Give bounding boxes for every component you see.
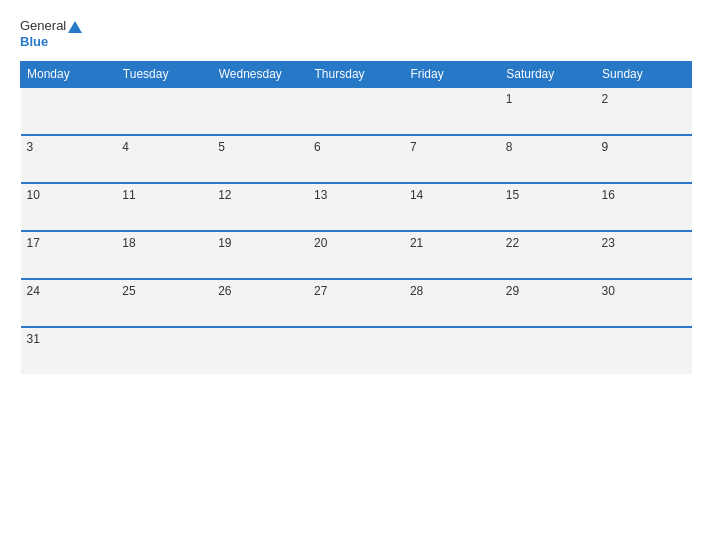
- day-number: 22: [506, 236, 519, 250]
- calendar-cell: 2: [596, 87, 692, 135]
- calendar-cell: 10: [21, 183, 117, 231]
- weekday-sunday: Sunday: [596, 62, 692, 88]
- calendar-table: MondayTuesdayWednesdayThursdayFridaySatu…: [20, 61, 692, 374]
- day-number: 18: [122, 236, 135, 250]
- calendar-cell: 22: [500, 231, 596, 279]
- calendar-cell: 7: [404, 135, 500, 183]
- day-number: 3: [27, 140, 34, 154]
- calendar-cell: 15: [500, 183, 596, 231]
- calendar-cell: 5: [212, 135, 308, 183]
- calendar-cell: 8: [500, 135, 596, 183]
- calendar-cell: 25: [116, 279, 212, 327]
- day-number: 26: [218, 284, 231, 298]
- calendar-cell: [404, 87, 500, 135]
- calendar-cell: 29: [500, 279, 596, 327]
- calendar-week-3: 10111213141516: [21, 183, 692, 231]
- calendar-week-1: 12: [21, 87, 692, 135]
- calendar-cell: 28: [404, 279, 500, 327]
- calendar-week-4: 17181920212223: [21, 231, 692, 279]
- day-number: 25: [122, 284, 135, 298]
- calendar-cell: 27: [308, 279, 404, 327]
- calendar-cell: [596, 327, 692, 374]
- day-number: 28: [410, 284, 423, 298]
- calendar-cell: 16: [596, 183, 692, 231]
- calendar-cell: 4: [116, 135, 212, 183]
- calendar-week-6: 31: [21, 327, 692, 374]
- weekday-monday: Monday: [21, 62, 117, 88]
- calendar-cell: [116, 327, 212, 374]
- calendar-cell: [500, 327, 596, 374]
- calendar-cell: 6: [308, 135, 404, 183]
- day-number: 23: [602, 236, 615, 250]
- logo-general-text: General: [20, 18, 66, 34]
- calendar-cell: 3: [21, 135, 117, 183]
- day-number: 13: [314, 188, 327, 202]
- calendar-cell: 12: [212, 183, 308, 231]
- calendar-page: General Blue MondayTuesdayWednesdayThurs…: [0, 0, 712, 550]
- calendar-cell: 9: [596, 135, 692, 183]
- day-number: 24: [27, 284, 40, 298]
- calendar-cell: [404, 327, 500, 374]
- calendar-cell: 13: [308, 183, 404, 231]
- day-number: 31: [27, 332, 40, 346]
- calendar-cell: 26: [212, 279, 308, 327]
- calendar-header: General Blue: [20, 18, 692, 49]
- calendar-cell: [212, 327, 308, 374]
- calendar-cell: 14: [404, 183, 500, 231]
- day-number: 7: [410, 140, 417, 154]
- day-number: 15: [506, 188, 519, 202]
- calendar-cell: [212, 87, 308, 135]
- day-number: 8: [506, 140, 513, 154]
- day-number: 9: [602, 140, 609, 154]
- calendar-cell: [308, 327, 404, 374]
- day-number: 27: [314, 284, 327, 298]
- day-number: 11: [122, 188, 135, 202]
- logo-triangle-icon: [68, 21, 82, 33]
- day-number: 29: [506, 284, 519, 298]
- day-number: 10: [27, 188, 40, 202]
- day-number: 14: [410, 188, 423, 202]
- day-number: 17: [27, 236, 40, 250]
- calendar-cell: 30: [596, 279, 692, 327]
- weekday-wednesday: Wednesday: [212, 62, 308, 88]
- calendar-cell: [21, 87, 117, 135]
- day-number: 1: [506, 92, 513, 106]
- calendar-cell: 21: [404, 231, 500, 279]
- weekday-friday: Friday: [404, 62, 500, 88]
- calendar-cell: 1: [500, 87, 596, 135]
- day-number: 6: [314, 140, 321, 154]
- weekday-header-row: MondayTuesdayWednesdayThursdayFridaySatu…: [21, 62, 692, 88]
- day-number: 21: [410, 236, 423, 250]
- calendar-cell: 19: [212, 231, 308, 279]
- calendar-week-5: 24252627282930: [21, 279, 692, 327]
- calendar-cell: 24: [21, 279, 117, 327]
- calendar-cell: 18: [116, 231, 212, 279]
- day-number: 4: [122, 140, 129, 154]
- calendar-cell: 17: [21, 231, 117, 279]
- day-number: 16: [602, 188, 615, 202]
- day-number: 30: [602, 284, 615, 298]
- day-number: 2: [602, 92, 609, 106]
- calendar-cell: 11: [116, 183, 212, 231]
- weekday-tuesday: Tuesday: [116, 62, 212, 88]
- calendar-cell: 20: [308, 231, 404, 279]
- calendar-cell: 23: [596, 231, 692, 279]
- day-number: 19: [218, 236, 231, 250]
- day-number: 20: [314, 236, 327, 250]
- calendar-week-2: 3456789: [21, 135, 692, 183]
- weekday-saturday: Saturday: [500, 62, 596, 88]
- calendar-cell: [308, 87, 404, 135]
- day-number: 12: [218, 188, 231, 202]
- logo-blue-text: Blue: [20, 34, 82, 50]
- calendar-cell: [116, 87, 212, 135]
- calendar-cell: 31: [21, 327, 117, 374]
- day-number: 5: [218, 140, 225, 154]
- logo: General Blue: [20, 18, 82, 49]
- weekday-thursday: Thursday: [308, 62, 404, 88]
